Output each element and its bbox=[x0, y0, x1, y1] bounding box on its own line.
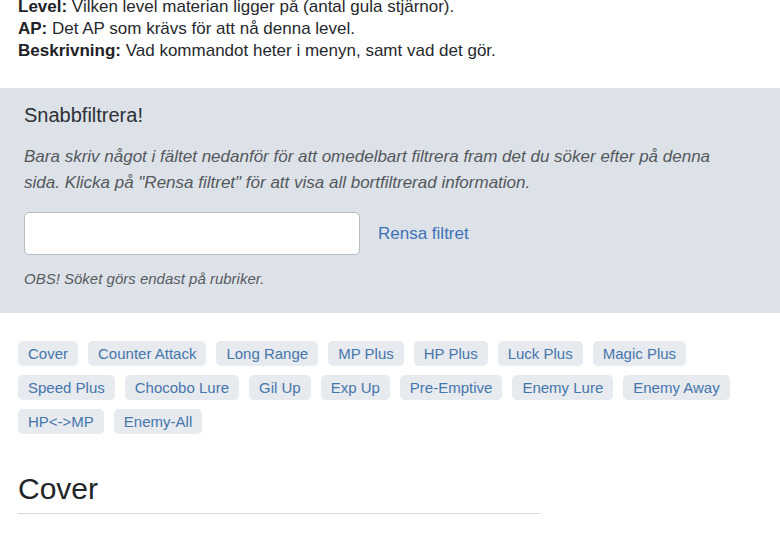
materia-link-enemy-away[interactable]: Enemy Away bbox=[623, 375, 729, 400]
intro-line-beskrivning: Beskrivning: Vad kommandot heter i menyn… bbox=[18, 40, 762, 62]
materia-guide-page: Level: Vilken level materian ligger på (… bbox=[0, 0, 780, 537]
materia-quick-links: Cover Counter Attack Long Range MP Plus … bbox=[18, 341, 762, 434]
materia-link-chocobo-lure[interactable]: Chocobo Lure bbox=[125, 375, 239, 400]
materia-link-hp-plus[interactable]: HP Plus bbox=[414, 341, 488, 366]
materia-link-cover[interactable]: Cover bbox=[18, 341, 78, 366]
materia-link-speed-plus[interactable]: Speed Plus bbox=[18, 375, 115, 400]
intro-text: Level: Vilken level materian ligger på (… bbox=[18, 0, 762, 62]
intro-label-level: Level: bbox=[18, 0, 67, 16]
materia-link-exp-up[interactable]: Exp Up bbox=[321, 375, 390, 400]
intro-text-beskrivning: Vad kommandot heter i menyn, samt vad de… bbox=[121, 41, 496, 60]
intro-text-ap: Det AP som krävs för att nå denna level. bbox=[47, 19, 355, 38]
materia-link-pre-emptive[interactable]: Pre-Emptive bbox=[400, 375, 503, 400]
materia-link-enemy-all[interactable]: Enemy-All bbox=[114, 409, 202, 434]
materia-link-enemy-lure[interactable]: Enemy Lure bbox=[512, 375, 613, 400]
filter-description: Bara skriv något i fältet nedanför för a… bbox=[24, 144, 742, 196]
filter-note: OBS! Söket görs endast på rubriker. bbox=[24, 269, 756, 289]
materia-link-magic-plus[interactable]: Magic Plus bbox=[593, 341, 686, 366]
intro-text-level: Vilken level materian ligger på (antal g… bbox=[67, 0, 454, 16]
quick-filter-panel: Snabbfiltrera! Bara skriv något i fältet… bbox=[0, 88, 780, 313]
intro-line-level: Level: Vilken level materian ligger på (… bbox=[18, 0, 762, 18]
materia-link-hp-mp[interactable]: HP<->MP bbox=[18, 409, 104, 434]
materia-link-gil-up[interactable]: Gil Up bbox=[249, 375, 311, 400]
section-title: Cover bbox=[18, 470, 541, 514]
filter-title: Snabbfiltrera! bbox=[24, 102, 756, 128]
materia-link-luck-plus[interactable]: Luck Plus bbox=[498, 341, 583, 366]
intro-label-ap: AP: bbox=[18, 19, 47, 38]
materia-link-long-range[interactable]: Long Range bbox=[216, 341, 318, 366]
clear-filter-link[interactable]: Rensa filtret bbox=[378, 224, 469, 244]
intro-line-ap: AP: Det AP som krävs för att nå denna le… bbox=[18, 18, 762, 40]
materia-link-mp-plus[interactable]: MP Plus bbox=[328, 341, 404, 366]
intro-label-beskrivning: Beskrivning: bbox=[18, 41, 121, 60]
filter-controls: Rensa filtret bbox=[24, 212, 756, 255]
materia-link-counter-attack[interactable]: Counter Attack bbox=[88, 341, 206, 366]
filter-input[interactable] bbox=[24, 212, 360, 255]
